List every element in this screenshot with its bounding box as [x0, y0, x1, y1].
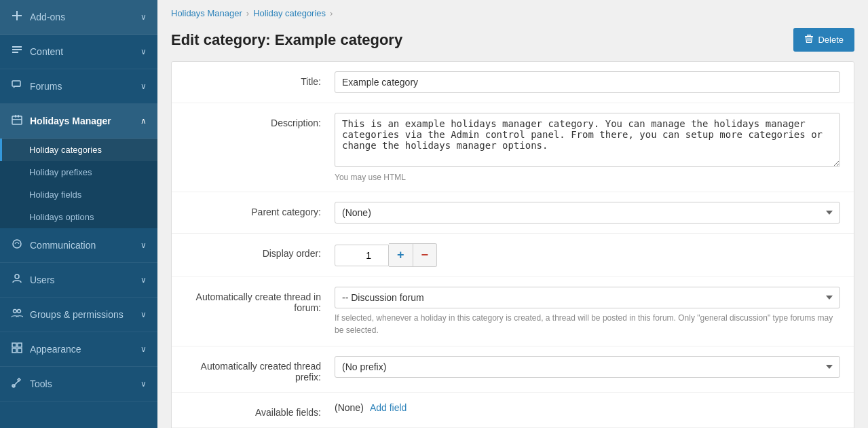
breadcrumb-sep-1: ›: [246, 8, 249, 18]
main-content: Holidays Manager › Holiday categories › …: [157, 0, 868, 428]
available-fields-control-wrap: (None) Add field: [335, 402, 840, 413]
groups-icon: [11, 307, 23, 322]
content-icon: [11, 44, 23, 59]
svg-rect-17: [18, 349, 22, 353]
sidebar-item-forums-label: Forums: [30, 81, 62, 92]
chevron-down-icon: ∨: [140, 47, 147, 56]
svg-rect-5: [12, 81, 20, 86]
svg-point-11: [15, 274, 19, 279]
title-control-wrap: [335, 71, 840, 93]
submenu-item-holiday-prefixes[interactable]: Holiday prefixes: [0, 161, 157, 183]
svg-point-12: [14, 310, 17, 313]
sidebar: Add-ons ∨ Content ∨ Forums ∨ Holidays Ma…: [0, 0, 157, 428]
svg-rect-6: [12, 116, 22, 124]
sidebar-item-appearance[interactable]: Appearance ∨: [0, 332, 157, 367]
chevron-down-icon: ∨: [140, 240, 147, 250]
sidebar-item-tools[interactable]: Tools ∨: [0, 367, 157, 402]
svg-rect-14: [12, 343, 16, 347]
sidebar-item-communication[interactable]: Communication ∨: [0, 228, 157, 263]
breadcrumb-holidays-manager[interactable]: Holidays Manager: [171, 8, 242, 18]
description-label: Description:: [185, 113, 335, 128]
display-order-input[interactable]: [335, 245, 389, 266]
svg-rect-8: [18, 115, 19, 118]
svg-rect-1: [16, 11, 18, 20]
sidebar-item-add-ons-label: Add-ons: [30, 12, 65, 22]
form-row-thread-forum: Automatically create thread in forum: --…: [172, 277, 854, 346]
form-row-parent-category: Parent category: (None): [172, 192, 854, 234]
chevron-up-icon: ∧: [140, 116, 147, 126]
chevron-down-icon: ∨: [140, 379, 147, 389]
chevron-down-icon: ∨: [140, 310, 147, 319]
add-field-link[interactable]: Add field: [370, 402, 407, 413]
parent-category-control-wrap: (None): [335, 202, 840, 224]
form-row-title: Title:: [172, 62, 854, 103]
form-area: Title: Description: This is an example h…: [171, 61, 854, 428]
users-icon: [11, 272, 23, 287]
form-row-available-fields: Available fields: (None) Add field: [172, 393, 854, 428]
title-label: Title:: [185, 71, 335, 87]
sidebar-item-users[interactable]: Users ∨: [0, 263, 157, 298]
svg-rect-2: [12, 46, 22, 48]
svg-rect-4: [12, 52, 18, 53]
submenu-item-holiday-categories[interactable]: Holiday categories: [0, 139, 157, 161]
chevron-down-icon: ∨: [140, 82, 147, 91]
form-row-description: Description: This is an example holidays…: [172, 103, 854, 192]
breadcrumb-holiday-categories[interactable]: Holiday categories: [253, 8, 326, 18]
appearance-icon: [11, 342, 23, 357]
sidebar-item-add-ons[interactable]: Add-ons ∨: [0, 0, 157, 35]
sidebar-item-holidays-manager[interactable]: Holidays Manager ∧: [0, 104, 157, 139]
available-fields-label: Available fields:: [185, 402, 335, 418]
thread-prefix-control-wrap: (No prefix): [335, 356, 840, 378]
svg-rect-7: [15, 115, 16, 118]
sidebar-item-appearance-label: Appearance: [30, 344, 81, 355]
thread-prefix-label: Automatically created thread prefix:: [185, 356, 335, 382]
sidebar-item-forums[interactable]: Forums ∨: [0, 69, 157, 104]
sidebar-item-tools-label: Tools: [30, 378, 52, 389]
submenu-item-holidays-options[interactable]: Holidays options: [0, 206, 157, 228]
holidays-manager-submenu: Holiday categories Holiday prefixes Holi…: [0, 139, 157, 228]
thread-forum-control-wrap: -- Discussion forum If selected, wheneve…: [335, 287, 840, 336]
communication-icon: [11, 238, 23, 253]
sidebar-item-content[interactable]: Content ∨: [0, 35, 157, 69]
description-control-wrap: This is an example holidays manager cate…: [335, 113, 840, 182]
page-title: Edit category: Example category: [171, 31, 402, 49]
chevron-down-icon: ∨: [140, 12, 147, 22]
description-hint: You may use HTML: [335, 173, 840, 182]
thread-forum-label: Automatically create thread in forum:: [185, 287, 335, 313]
chevron-down-icon: ∨: [140, 275, 147, 285]
holidays-manager-icon: [11, 113, 23, 128]
sidebar-item-users-label: Users: [30, 274, 55, 285]
sidebar-item-groups-permissions[interactable]: Groups & permissions ∨: [0, 298, 157, 332]
forums-icon: [11, 79, 23, 94]
thread-forum-select[interactable]: -- Discussion forum: [335, 287, 840, 308]
svg-rect-3: [12, 49, 22, 50]
parent-category-label: Parent category:: [185, 202, 335, 217]
sidebar-item-groups-permissions-label: Groups & permissions: [30, 309, 124, 320]
description-textarea[interactable]: This is an example holidays manager cate…: [335, 113, 840, 167]
sidebar-item-communication-label: Communication: [30, 240, 96, 251]
thread-prefix-select[interactable]: (No prefix): [335, 356, 840, 378]
breadcrumb-sep-2: ›: [330, 8, 333, 18]
thread-forum-hint: If selected, whenever a holiday in this …: [335, 312, 840, 336]
form-row-thread-prefix: Automatically created thread prefix: (No…: [172, 346, 854, 393]
breadcrumb: Holidays Manager › Holiday categories ›: [157, 0, 868, 24]
sidebar-item-holidays-manager-label: Holidays Manager: [30, 115, 111, 126]
delete-button[interactable]: Delete: [793, 28, 854, 52]
tools-icon: [11, 376, 23, 391]
submenu-item-holiday-fields[interactable]: Holiday fields: [0, 183, 157, 206]
svg-rect-20: [807, 35, 811, 36]
title-input[interactable]: [335, 71, 840, 93]
delete-button-label: Delete: [818, 35, 844, 45]
display-order-control-wrap: + −: [335, 243, 840, 267]
parent-category-select[interactable]: (None): [335, 202, 840, 224]
svg-point-10: [13, 240, 21, 248]
delete-icon: [804, 34, 814, 46]
increment-button[interactable]: +: [389, 243, 413, 267]
svg-point-13: [18, 310, 21, 313]
display-order-label: Display order:: [185, 243, 335, 259]
decrement-button[interactable]: −: [413, 243, 438, 267]
form-row-display-order: Display order: + −: [172, 234, 854, 277]
page-header: Edit category: Example category Delete: [157, 24, 868, 61]
svg-rect-9: [12, 119, 22, 120]
available-fields-none-text: (None): [335, 402, 364, 413]
